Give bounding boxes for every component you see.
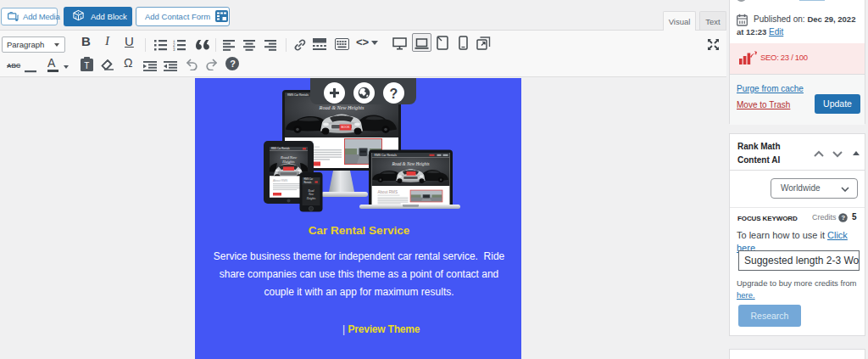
svg-text:Road & New Heights: Road & New Heights (391, 161, 429, 166)
svg-text:Heights: Heights (306, 197, 316, 200)
svg-text:Rentals: Rentals (304, 181, 312, 184)
svg-text:3: 3 (173, 48, 175, 51)
svg-text:Road: Road (307, 189, 314, 193)
svg-text:New: New (308, 193, 314, 196)
svg-text:T: T (84, 61, 89, 70)
svg-text:RMS Car: RMS Car (304, 177, 314, 181)
svg-text:Heights: Heights (281, 160, 295, 164)
svg-text:BOOK: BOOK (342, 126, 351, 129)
svg-text:RMS Car Rentals: RMS Car Rentals (271, 147, 290, 150)
svg-text:About RMS: About RMS (378, 190, 398, 194)
svg-text:?: ? (841, 214, 845, 222)
svg-text:RMS Car Rentals: RMS Car Rentals (375, 154, 398, 157)
svg-text:Road & New Heights: Road & New Heights (319, 104, 364, 110)
svg-text:About RMS: About RMS (273, 179, 288, 182)
svg-text:RMS Car Rentals: RMS Car Rentals (287, 93, 309, 97)
svg-text:?: ? (390, 87, 398, 101)
svg-text:?: ? (230, 59, 236, 69)
